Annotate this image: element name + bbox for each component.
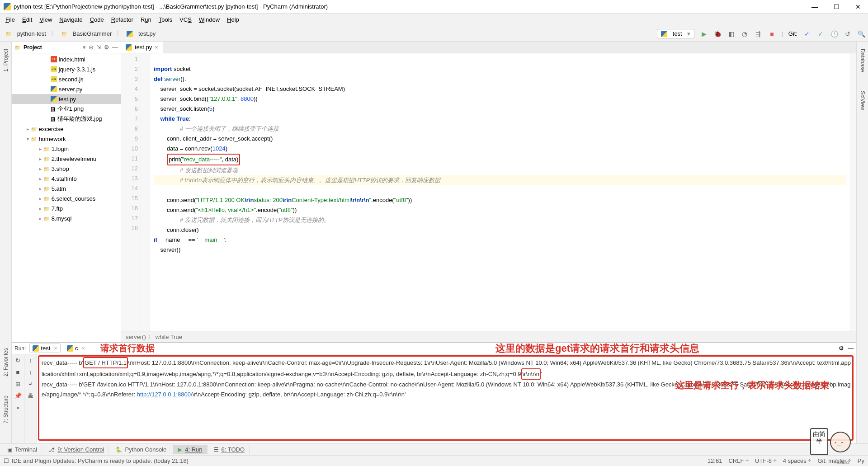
project-folder-2.threelevelmenu[interactable]: ▸ 2.threelevelmenu — [12, 154, 121, 164]
project-folder-7.ftp[interactable]: ▸ 7.ftp — [12, 203, 121, 213]
run-tab-test[interactable]: test× — [29, 344, 61, 353]
coverage-button[interactable]: ◧ — [727, 30, 735, 38]
expand-icon[interactable]: ▸ — [37, 166, 43, 171]
settings-icon[interactable]: ⚙ — [104, 44, 109, 51]
locate-icon[interactable]: ⊕ — [89, 44, 94, 51]
status-eol[interactable]: CRLF ÷ — [728, 457, 749, 464]
vcs-update-icon[interactable]: ✓ — [803, 30, 811, 38]
hide-icon[interactable]: — — [112, 44, 118, 51]
breadcrumb-file[interactable]: test.py — [124, 29, 158, 38]
debug-button[interactable]: 🐞 — [713, 30, 722, 38]
vcs-history-icon[interactable]: 🕒 — [830, 30, 838, 38]
fold-gutter[interactable] — [141, 53, 150, 331]
run-button[interactable]: ▶ — [700, 30, 708, 38]
tool-todo[interactable]: ☰ 6: TODO — [209, 445, 250, 454]
tool-python-console[interactable]: 🐍 Python Console — [111, 445, 171, 454]
expand-icon[interactable]: ▸ — [37, 146, 43, 151]
more-icon[interactable]: » — [14, 403, 22, 411]
tool-tab-sciview[interactable]: SciView — [859, 88, 867, 113]
project-folder-5.atm[interactable]: ▸ 5.atm — [12, 184, 121, 193]
menu-vcs[interactable]: VCS — [176, 14, 195, 25]
project-file-second.js[interactable]: JS second.js — [12, 74, 121, 84]
minimize-button[interactable]: — — [808, 3, 821, 10]
run-settings-icon[interactable]: ⚙ — [839, 345, 844, 352]
editor-tab-testpy[interactable]: test.py × — [121, 42, 163, 53]
error-stripe[interactable] — [850, 53, 856, 331]
breadcrumb-root[interactable]: python-test — [3, 29, 49, 38]
project-tree[interactable]: H index.htmlJS jquery-3.3.1.jsJS second.… — [12, 53, 121, 342]
menu-navigate[interactable]: Navigate — [56, 14, 86, 25]
project-file-jquery-3.3.1.js[interactable]: JS jquery-3.3.1.js — [12, 64, 121, 74]
expand-icon[interactable]: ▸ — [37, 186, 43, 191]
project-file-test.py[interactable]: test.py — [12, 94, 121, 104]
project-folder-1.login[interactable]: ▸ 1.login — [12, 144, 121, 154]
project-folder-6.select_courses[interactable]: ▸ 6.select_courses — [12, 193, 121, 203]
vcs-revert-icon[interactable]: ↺ — [844, 30, 852, 38]
search-icon[interactable]: 🔍 — [857, 30, 865, 38]
referer-link[interactable]: http://127.0.0.1:8800/ — [137, 391, 193, 398]
run-output[interactable]: recv_data----- b'GET / HTTP/1.1\r\nHost:… — [37, 354, 856, 443]
menu-run[interactable]: Run — [137, 14, 155, 25]
project-folder-3.shop[interactable]: ▸ 3.shop — [12, 164, 121, 174]
stop-button[interactable]: ■ — [768, 30, 776, 38]
status-interpreter[interactable]: Py — [858, 457, 864, 464]
close-button[interactable]: ✕ — [852, 3, 864, 10]
collapse-icon[interactable]: ⇲ — [96, 44, 101, 51]
tab-close-icon[interactable]: × — [155, 44, 158, 51]
rerun-icon[interactable]: ↻ — [14, 356, 22, 364]
project-folder-4.staffinfo[interactable]: ▸ 4.staffinfo — [12, 174, 121, 184]
menu-window[interactable]: Window — [195, 14, 223, 25]
tool-tab-favorites[interactable]: 2: Favorites — [2, 345, 10, 379]
expand-icon[interactable]: ▾ — [24, 137, 31, 141]
profile-button[interactable]: ◔ — [741, 30, 749, 38]
stop-icon[interactable]: ■ — [14, 368, 22, 376]
project-file-企业1.png[interactable]: 企业1.png — [12, 104, 121, 114]
menu-refactor[interactable]: Refactor — [108, 14, 137, 25]
status-encoding[interactable]: UTF-8 ÷ — [755, 457, 777, 464]
tool-run[interactable]: ▶ 4: Run — [173, 445, 207, 454]
run-tab-c[interactable]: c× — [64, 344, 88, 353]
up-icon[interactable]: ↑ — [27, 356, 35, 364]
run-hide-icon[interactable]: — — [848, 345, 854, 352]
layout-icon[interactable]: ⊞ — [14, 380, 22, 388]
print-icon[interactable]: 🖶 — [27, 391, 35, 400]
vcs-commit-icon[interactable]: ✓ — [816, 30, 825, 38]
expand-icon[interactable]: ▸ — [37, 176, 43, 181]
expand-icon[interactable]: ▸ — [24, 127, 31, 132]
crumb[interactable]: server() — [126, 334, 146, 340]
menu-tools[interactable]: Tools — [155, 14, 176, 25]
status-indent[interactable]: 4 spaces ÷ — [783, 457, 811, 464]
project-folder-8.mysql[interactable]: ▸ 8.mysql — [12, 213, 121, 223]
wrap-icon[interactable]: ⤶ — [27, 380, 35, 388]
tool-tab-structure[interactable]: 7: Structure — [2, 393, 10, 426]
project-folder-excercise[interactable]: ▸ excercise — [12, 124, 121, 134]
project-file-server.py[interactable]: server.py — [12, 84, 121, 94]
tool-terminal[interactable]: ▣ Terminal — [3, 445, 42, 454]
tool-vcs[interactable]: ⎇ 9: Version Control — [44, 445, 109, 454]
tool-tab-database[interactable]: Database — [859, 46, 867, 75]
project-view-dropdown[interactable]: ▾ — [83, 44, 86, 51]
expand-icon[interactable]: ▸ — [37, 206, 43, 211]
code-editor[interactable]: 123456789101112131415161718 import socke… — [121, 53, 856, 331]
menu-code[interactable]: Code — [86, 14, 108, 25]
menu-edit[interactable]: Edit — [19, 14, 36, 25]
expand-icon[interactable]: ▸ — [37, 156, 43, 161]
maximize-button[interactable]: ☐ — [830, 3, 843, 10]
status-notification-icon[interactable]: ☐ — [4, 457, 9, 464]
menu-file[interactable]: File — [2, 14, 19, 25]
menu-help[interactable]: Help — [223, 14, 243, 25]
project-folder-homework[interactable]: ▾ homework — [12, 134, 121, 144]
menu-view[interactable]: View — [36, 14, 56, 25]
expand-icon[interactable]: ▸ — [37, 196, 43, 201]
breadcrumb-folder[interactable]: BasicGrammer — [58, 29, 114, 38]
status-caret-pos[interactable]: 12:61 — [708, 457, 722, 464]
expand-icon[interactable]: ▸ — [37, 216, 43, 221]
pin-icon[interactable]: 📌 — [14, 391, 22, 400]
crumb[interactable]: while True — [156, 334, 182, 340]
project-file-index.html[interactable]: H index.html — [12, 54, 121, 64]
code-text[interactable]: import socket def server(): server_sock … — [150, 53, 850, 331]
project-file-猜年龄的游戏.jpg[interactable]: 猜年龄的游戏.jpg — [12, 114, 121, 124]
down-icon[interactable]: ↓ — [27, 368, 35, 376]
tool-tab-project[interactable]: 1: Project — [2, 46, 10, 75]
run-config-selector[interactable]: test ▾ — [657, 29, 694, 38]
